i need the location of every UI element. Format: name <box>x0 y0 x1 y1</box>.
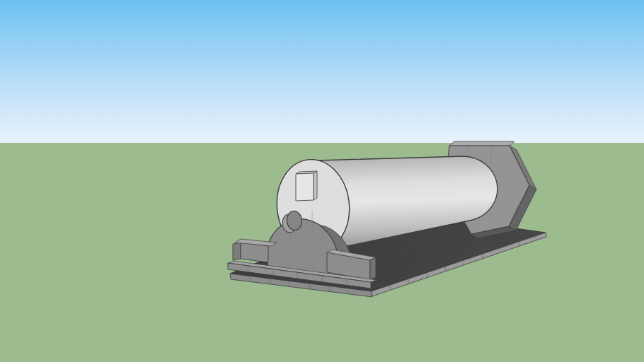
cap-access-box <box>296 171 317 201</box>
3d-viewport[interactable] <box>0 0 644 362</box>
sky <box>0 0 644 144</box>
cap-access-box-front <box>296 173 314 201</box>
right-block-side <box>370 257 376 280</box>
left-block-side <box>233 243 241 260</box>
hex-top-band <box>449 141 514 146</box>
cap-access-box-side <box>314 171 317 200</box>
